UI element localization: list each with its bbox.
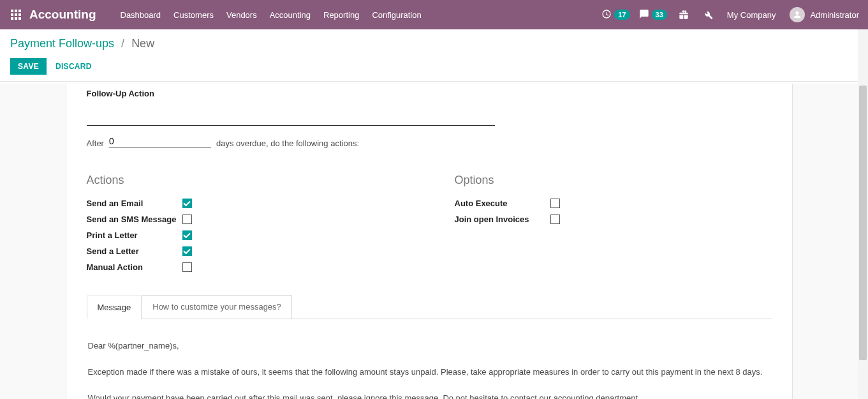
options-heading: Options [455,174,772,187]
option-label: Auto Execute [455,199,550,208]
svg-rect-3 [11,13,13,16]
window-scrollbar[interactable] [858,29,868,399]
svg-rect-8 [18,17,21,20]
action-label: Print a Letter [87,230,182,240]
brand-title[interactable]: Accounting [29,8,96,22]
delay-input[interactable] [109,135,211,148]
action-label: Send a Letter [87,246,182,256]
action-label: Send an Email [87,199,182,208]
messages-button[interactable]: 33 [638,0,668,29]
company-switcher[interactable]: My Company [723,10,780,20]
message-p1: Dear %(partner_name)s, [88,340,770,353]
form-scroll-area[interactable]: Follow-Up Action After days overdue, do … [0,84,858,399]
auto-execute-checkbox[interactable] [550,199,560,208]
followup-action-input[interactable] [87,109,495,126]
activities-button[interactable]: 17 [600,0,631,29]
svg-point-9 [796,11,799,15]
svg-rect-6 [11,17,13,20]
svg-rect-0 [11,10,13,12]
actions-heading: Actions [87,174,404,187]
delay-row: After days overdue, do the following act… [87,135,772,148]
svg-rect-1 [15,10,17,12]
save-button[interactable]: SAVE [10,58,47,75]
chat-icon [639,9,649,21]
option-label: Join open Invoices [455,215,550,224]
option-row-join-invoices: Join open Invoices [455,215,772,224]
send-sms-checkbox[interactable] [182,215,192,224]
menu-customers[interactable]: Customers [167,0,220,29]
send-email-checkbox[interactable] [182,199,192,208]
clock-icon [601,9,612,21]
send-letter-checkbox[interactable] [182,246,192,256]
actions-column: Actions Send an Email Send an SMS Messag… [87,174,404,278]
menu-vendors[interactable]: Vendors [220,0,263,29]
svg-rect-7 [15,17,17,20]
action-row-print-letter: Print a Letter [87,230,404,240]
tab-message[interactable]: Message [87,296,142,319]
manual-action-checkbox[interactable] [182,262,192,272]
menu-reporting[interactable]: Reporting [317,0,365,29]
menu-configuration[interactable]: Configuration [365,0,427,29]
breadcrumb: Payment Follow-ups / New [10,37,858,50]
message-p2: Exception made if there was a mistake of… [88,366,770,379]
messages-count: 33 [652,10,667,20]
tab-customize[interactable]: How to customize your messages? [142,295,292,319]
svg-rect-5 [18,13,21,16]
nav-right: 17 33 My Company Administrator [600,0,863,29]
action-label: Send an SMS Message [87,215,182,224]
scrollbar-thumb[interactable] [859,86,867,360]
control-panel: Payment Follow-ups / New SAVE DISCARD [0,29,868,82]
action-row-send-email: Send an Email [87,199,404,208]
gift-icon[interactable] [675,0,693,29]
svg-rect-2 [18,10,21,12]
breadcrumb-separator: / [117,37,128,50]
option-row-auto-execute: Auto Execute [455,199,772,208]
message-editor[interactable]: Dear %(partner_name)s, Exception made if… [87,319,772,399]
action-row-manual: Manual Action [87,262,404,272]
tools-icon[interactable] [699,0,717,29]
action-row-send-letter: Send a Letter [87,246,404,256]
form-sheet: Follow-Up Action After days overdue, do … [66,84,793,399]
print-letter-checkbox[interactable] [182,230,192,240]
user-name: Administrator [810,10,859,20]
action-label: Manual Action [87,262,182,272]
apps-icon[interactable] [5,4,27,26]
join-invoices-checkbox[interactable] [550,215,560,224]
after-suffix: days overdue, do the following actions: [216,139,359,148]
main-menu: Dashboard Customers Vendors Accounting R… [114,0,428,29]
user-menu[interactable]: Administrator [786,7,863,22]
breadcrumb-current: New [131,37,154,50]
followup-action-label: Follow-Up Action [87,89,772,98]
tabs: Message How to customize your messages? [87,295,772,319]
menu-accounting[interactable]: Accounting [263,0,317,29]
activities-count: 17 [614,10,629,20]
svg-rect-4 [15,13,17,16]
breadcrumb-parent[interactable]: Payment Follow-ups [10,37,114,50]
discard-button[interactable]: DISCARD [55,62,92,71]
after-label: After [87,139,104,148]
message-p3: Would your payment have been carried out… [88,392,770,399]
avatar-icon [790,7,805,22]
action-row-send-sms: Send an SMS Message [87,215,404,224]
top-navbar: Accounting Dashboard Customers Vendors A… [0,0,868,29]
menu-dashboard[interactable]: Dashboard [114,0,168,29]
options-column: Options Auto Execute Join open Invoices [455,174,772,278]
